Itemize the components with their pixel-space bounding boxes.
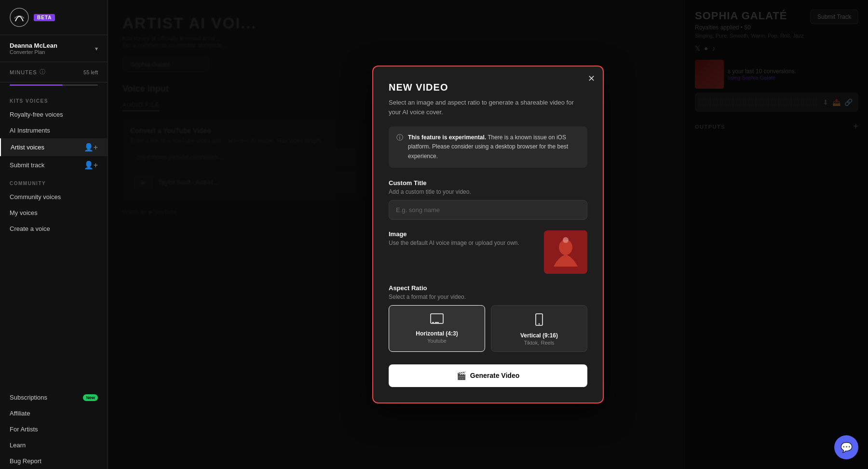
custom-title-label: Custom Title <box>389 179 587 187</box>
add-artist-voice-icon[interactable]: 👤+ <box>84 143 98 152</box>
sidebar-item-submit-track[interactable]: Submit track 👤+ <box>0 156 108 174</box>
sidebar-header: BETA <box>0 0 108 35</box>
subscriptions-new-badge: New <box>83 394 98 401</box>
aspect-option-horizontal[interactable]: Horizontal (4:3) Youtube <box>389 305 485 352</box>
generate-icon: 🎬 <box>457 371 466 380</box>
modal-subtitle: Select an image and aspect ratio to gene… <box>389 98 587 117</box>
info-text: This feature is experimental. There is a… <box>408 133 580 161</box>
custom-title-input[interactable] <box>389 200 587 220</box>
sidebar-item-subscriptions[interactable]: Subscriptions New <box>0 389 108 405</box>
minutes-progress <box>0 82 108 92</box>
minutes-label: MINUTES ⓘ <box>10 68 46 76</box>
sidebar-item-artist-voices[interactable]: Artist voices 👤+ <box>0 138 108 156</box>
svg-point-3 <box>563 237 569 243</box>
info-icon: ⓘ <box>396 134 403 161</box>
main-content: ARTIST AI VOI... Kits library of officia… <box>108 0 868 469</box>
artist-image <box>544 230 587 274</box>
svg-point-0 <box>10 8 28 27</box>
sidebar-item-community-voices[interactable]: Community voices <box>0 189 108 205</box>
horizontal-aspect-desc: Youtube <box>394 338 480 344</box>
aspect-options: Horizontal (4:3) Youtube Vertical (9:16)… <box>389 305 587 352</box>
image-sublabel: Use the default AI voice image or upload… <box>389 240 536 246</box>
custom-title-sublabel: Add a custom title to your video. <box>389 188 587 195</box>
modal-overlay: ✕ NEW VIDEO Select an image and aspect r… <box>108 0 868 469</box>
modal-close-button[interactable]: ✕ <box>588 74 595 83</box>
svg-rect-6 <box>435 322 439 323</box>
user-plan: Converter Plan <box>10 49 57 55</box>
image-thumbnail[interactable] <box>544 230 587 274</box>
aspect-ratio-label: Aspect Ratio <box>389 284 587 292</box>
image-label: Image <box>389 230 536 238</box>
chevron-down-icon: ▾ <box>95 45 98 52</box>
sidebar-item-for-artists[interactable]: For Artists <box>0 421 108 437</box>
horizontal-icon <box>394 313 480 326</box>
generate-btn-label: Generate Video <box>470 372 519 379</box>
user-name: Deanna McLean <box>10 42 57 49</box>
info-box: ⓘ This feature is experimental. There is… <box>389 126 587 168</box>
logo-icon <box>10 8 29 27</box>
sidebar-item-create-voice[interactable]: Create a voice <box>0 221 108 237</box>
minutes-section: MINUTES ⓘ 55 left <box>0 62 108 82</box>
community-section-label: COMMUNITY <box>0 174 108 189</box>
discord-button[interactable]: 💬 <box>834 435 858 459</box>
modal-title: NEW VIDEO <box>389 82 587 93</box>
vertical-aspect-name: Vertical (9:16) <box>496 332 582 339</box>
minutes-left: 55 left <box>83 69 98 75</box>
user-section[interactable]: Deanna McLean Converter Plan ▾ <box>0 35 108 62</box>
aspect-option-vertical[interactable]: Vertical (9:16) Tiktok, Reels <box>491 305 587 352</box>
sidebar-item-ai-instruments[interactable]: AI Instruments <box>0 122 108 138</box>
vertical-icon <box>496 313 582 328</box>
sidebar-item-royalty-free[interactable]: Royalty-free voices <box>0 107 108 122</box>
horizontal-aspect-name: Horizontal (4:3) <box>394 330 480 337</box>
svg-rect-5 <box>432 322 434 323</box>
kits-voices-section-label: KITS VOICES <box>0 92 108 107</box>
aspect-ratio-section: Aspect Ratio Select a format for your vi… <box>389 284 587 352</box>
sidebar-item-affiliate[interactable]: Affiliate <box>0 405 108 421</box>
svg-point-8 <box>539 323 540 324</box>
sidebar-item-bug-report[interactable]: Bug Report <box>0 453 108 469</box>
aspect-ratio-sublabel: Select a format for your video. <box>389 294 587 300</box>
vertical-aspect-desc: Tiktok, Reels <box>496 340 582 346</box>
sidebar: BETA Deanna McLean Converter Plan ▾ MINU… <box>0 0 108 469</box>
beta-badge: BETA <box>34 14 55 21</box>
sidebar-item-learn[interactable]: Learn <box>0 437 108 453</box>
add-submit-icon[interactable]: 👤+ <box>84 161 98 170</box>
new-video-modal: ✕ NEW VIDEO Select an image and aspect r… <box>372 66 604 403</box>
generate-video-button[interactable]: 🎬 Generate Video <box>389 364 587 387</box>
sidebar-item-my-voices[interactable]: My voices <box>0 205 108 221</box>
discord-icon: 💬 <box>841 442 853 453</box>
image-section: Image Use the default AI voice image or … <box>389 230 587 274</box>
